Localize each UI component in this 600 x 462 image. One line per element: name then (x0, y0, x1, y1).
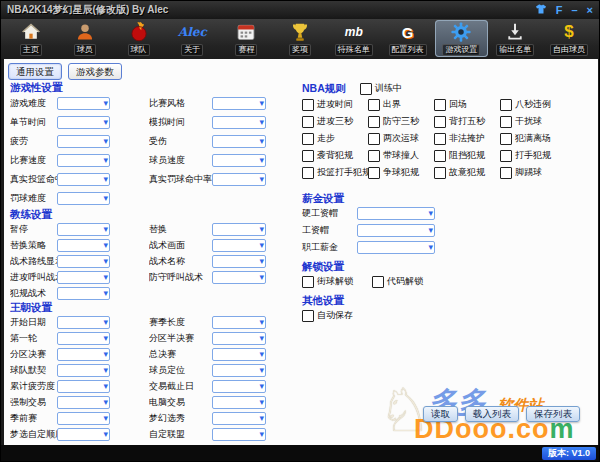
toolbar-item-alec-signature[interactable]: Alec关于 (165, 20, 219, 57)
gameplay-dropdown-0-left[interactable]: ▾ (57, 97, 110, 110)
coach-dropdown-3-left[interactable]: ▾ (57, 271, 110, 284)
chevron-down-icon: ▾ (103, 98, 108, 109)
dynasty-dropdown-6-right[interactable]: ▾ (212, 412, 266, 425)
dynasty-dropdown-3-left[interactable]: ▾ (57, 364, 110, 377)
dynasty-dropdown-0-left[interactable]: ▾ (57, 316, 110, 329)
salary-dropdown-0[interactable]: ▾ (357, 207, 435, 220)
gameplay-dropdown-0-right[interactable]: ▾ (212, 97, 266, 110)
toolbar-item-download[interactable]: 输出名单 (488, 20, 542, 57)
training-checkbox[interactable] (360, 83, 372, 95)
gameplay-dropdown-1-left[interactable]: ▾ (57, 116, 110, 129)
rule-1-2-cell: 背打五秒 (434, 115, 500, 128)
rule-2-2-checkbox[interactable] (434, 133, 446, 145)
field-label: 赛季长度 (149, 316, 212, 329)
shirt-icon[interactable] (535, 3, 547, 17)
gameplay-dropdown-5-left[interactable]: ▾ (57, 192, 110, 205)
toolbar-item-gear[interactable]: 游戏设置 (435, 20, 489, 57)
coach-dropdown-2-right[interactable]: ▾ (212, 255, 266, 268)
rule-0-2-label: 回场 (449, 98, 467, 111)
toolbar-item-team[interactable]: 球队 (112, 20, 166, 57)
tab-general-settings[interactable]: 通用设置 (8, 63, 62, 80)
tab-game-parameters[interactable]: 游戏参数 (68, 63, 122, 80)
rule-4-3-checkbox[interactable] (500, 167, 512, 179)
rule-1-3-checkbox[interactable] (500, 116, 512, 128)
rule-2-3-checkbox[interactable] (500, 133, 512, 145)
dynasty-dropdown-1-left[interactable]: ▾ (57, 332, 110, 345)
chevron-down-icon: ▾ (103, 256, 108, 267)
gameplay-dropdown-4-right[interactable]: ▾ (212, 173, 266, 186)
coach-dropdown-2-left[interactable]: ▾ (57, 255, 110, 268)
rule-2-1-checkbox[interactable] (368, 133, 380, 145)
field-row: 暂停▾替换▾ (10, 221, 274, 237)
dynasty-dropdown-5-right[interactable]: ▾ (212, 396, 266, 409)
rule-1-1-checkbox[interactable] (368, 116, 380, 128)
dynasty-dropdown-7-left[interactable]: ▾ (57, 428, 110, 441)
coach-dropdown-3-right[interactable]: ▾ (212, 271, 266, 284)
dynasty-dropdown-2-left[interactable]: ▾ (57, 348, 110, 361)
unlock-1-label: 代码解锁 (387, 275, 423, 288)
dynasty-dropdown-4-left[interactable]: ▾ (57, 380, 110, 393)
coach-dropdown-0-right[interactable]: ▾ (212, 223, 266, 236)
gameplay-dropdown-4-left[interactable]: ▾ (57, 173, 110, 186)
gameplay-dropdown-2-left[interactable]: ▾ (57, 135, 110, 148)
rule-2-0-checkbox[interactable] (302, 133, 314, 145)
dynasty-dropdown-7-right[interactable]: ▾ (212, 428, 266, 441)
toolbar-item-g[interactable]: G配置列表 (381, 20, 435, 57)
toolbar-item-mb[interactable]: mb特殊名单 (327, 20, 381, 57)
rule-3-1-checkbox[interactable] (368, 150, 380, 162)
rule-1-3-label: 干扰球 (515, 115, 542, 128)
dynasty-dropdown-6-left[interactable]: ▾ (57, 412, 110, 425)
salary-dropdown-1[interactable]: ▾ (357, 224, 435, 237)
rule-0-2-checkbox[interactable] (434, 99, 446, 111)
rule-0-1-checkbox[interactable] (368, 99, 380, 111)
section-coach: 教练设置暂停▾替换▾替换策略▾战术画面▾战术路线显示▾战术名称▾进攻呼叫战术▾防… (10, 208, 274, 301)
rule-3-3-checkbox[interactable] (500, 150, 512, 162)
close-button[interactable]: × (587, 4, 593, 16)
toolbar-item-trophy[interactable]: 奖项 (273, 20, 327, 57)
dynasty-dropdown-3-right[interactable]: ▾ (212, 364, 266, 377)
gameplay-dropdown-1-right[interactable]: ▾ (212, 116, 266, 129)
rule-4-1-checkbox[interactable] (368, 167, 380, 179)
rules-row: 投篮打手犯规争球犯规故意犯规脚踢球 (302, 164, 596, 181)
minimize-button[interactable]: – (571, 4, 577, 16)
dynasty-dropdown-1-right[interactable]: ▾ (212, 332, 266, 345)
salary-dropdown-2[interactable]: ▾ (357, 241, 435, 254)
rule-0-0-checkbox[interactable] (302, 99, 314, 111)
save-list-button[interactable]: 保存列表 (526, 406, 580, 422)
load-list-button[interactable]: 载入列表 (465, 406, 519, 422)
rule-2-3-label: 犯满离场 (515, 132, 551, 145)
unlock-0-checkbox[interactable] (302, 276, 314, 288)
rule-2-3-cell: 犯满离场 (500, 132, 566, 145)
coach-dropdown-1-right[interactable]: ▾ (212, 239, 266, 252)
section-header-dynasty: 王朝设置 (10, 301, 274, 314)
toolbar-item-dollar[interactable]: $自由球员 (542, 20, 596, 57)
rule-3-2-checkbox[interactable] (434, 150, 446, 162)
chevron-down-icon: ▾ (103, 117, 108, 128)
field-row: 球队默契▾球员定位▾ (10, 362, 274, 378)
rule-4-2-checkbox[interactable] (434, 167, 446, 179)
rule-3-0-checkbox[interactable] (302, 150, 314, 162)
dynasty-dropdown-0-right[interactable]: ▾ (212, 316, 266, 329)
dynasty-dropdown-5-left[interactable]: ▾ (57, 396, 110, 409)
feedback-icon[interactable]: F (556, 4, 563, 16)
coach-dropdown-1-left[interactable]: ▾ (57, 239, 110, 252)
toolbar-item-player[interactable]: 球员 (58, 20, 112, 57)
toolbar-item-home[interactable]: 主页 (4, 20, 58, 57)
gameplay-dropdown-3-right[interactable]: ▾ (212, 154, 266, 167)
gameplay-dropdown-2-right[interactable]: ▾ (212, 135, 266, 148)
rule-1-2-checkbox[interactable] (434, 116, 446, 128)
rule-0-3-checkbox[interactable] (500, 99, 512, 111)
dynasty-dropdown-4-right[interactable]: ▾ (212, 380, 266, 393)
dynasty-dropdown-2-right[interactable]: ▾ (212, 348, 266, 361)
gameplay-dropdown-3-left[interactable]: ▾ (57, 154, 110, 167)
rule-1-0-checkbox[interactable] (302, 116, 314, 128)
toolbar-item-calendar[interactable]: 赛程 (219, 20, 273, 57)
rule-1-3-cell: 干扰球 (500, 115, 566, 128)
coach-dropdown-0-left[interactable]: ▾ (57, 223, 110, 236)
rule-4-0-checkbox[interactable] (302, 167, 314, 179)
chevron-down-icon: ▾ (259, 397, 264, 408)
coach-dropdown-4-left[interactable]: ▾ (57, 287, 110, 300)
unlock-1-checkbox[interactable] (372, 276, 384, 288)
read-button[interactable]: 读取 (423, 406, 458, 422)
other-0-checkbox[interactable] (302, 310, 314, 322)
